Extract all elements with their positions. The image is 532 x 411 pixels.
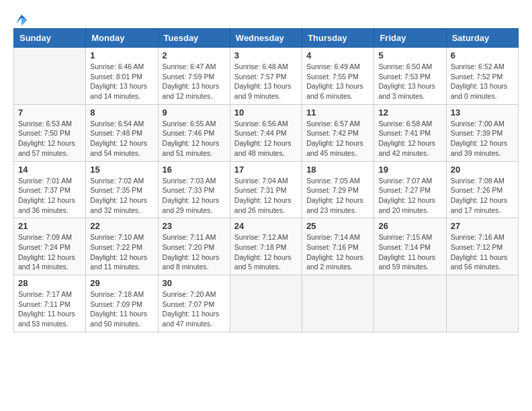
day-number: 19 [378,165,441,175]
day-info: Sunrise: 6:53 AM Sunset: 7:50 PM Dayligh… [18,119,81,158]
logo-icon [15,13,28,27]
day-info: Sunrise: 6:52 AM Sunset: 7:52 PM Dayligh… [451,62,514,101]
calendar-cell: 21Sunrise: 7:09 AM Sunset: 7:24 PM Dayli… [14,218,86,275]
day-info: Sunrise: 7:03 AM Sunset: 7:33 PM Dayligh… [163,176,226,216]
calendar-cell: 26Sunrise: 7:15 AM Sunset: 7:14 PM Dayli… [374,218,446,275]
day-number: 2 [163,50,226,60]
calendar-cell: 12Sunrise: 6:58 AM Sunset: 7:41 PM Dayli… [374,104,446,161]
calendar-cell: 24Sunrise: 7:12 AM Sunset: 7:18 PM Dayli… [230,218,302,275]
day-number: 26 [378,221,441,231]
day-info: Sunrise: 7:14 AM Sunset: 7:16 PM Dayligh… [306,232,369,272]
calendar-cell: 13Sunrise: 7:00 AM Sunset: 7:39 PM Dayli… [446,104,518,161]
column-header-saturday: Saturday [446,29,518,48]
day-number: 20 [451,165,514,175]
calendar-cell [14,48,86,105]
logo [13,13,28,21]
day-info: Sunrise: 6:50 AM Sunset: 7:53 PM Dayligh… [378,62,441,101]
day-number: 23 [163,221,226,231]
day-number: 30 [163,278,226,288]
calendar-week-row: 28Sunrise: 7:17 AM Sunset: 7:11 PM Dayli… [14,275,519,332]
day-info: Sunrise: 6:54 AM Sunset: 7:48 PM Dayligh… [90,119,153,158]
day-info: Sunrise: 7:12 AM Sunset: 7:18 PM Dayligh… [234,232,298,272]
column-header-wednesday: Wednesday [230,29,302,48]
day-info: Sunrise: 7:02 AM Sunset: 7:35 PM Dayligh… [90,176,153,216]
column-header-thursday: Thursday [302,29,374,48]
day-info: Sunrise: 7:08 AM Sunset: 7:26 PM Dayligh… [451,176,514,216]
day-number: 6 [451,50,514,60]
calendar-cell: 18Sunrise: 7:05 AM Sunset: 7:29 PM Dayli… [302,161,374,218]
calendar-cell: 14Sunrise: 7:01 AM Sunset: 7:37 PM Dayli… [14,161,86,218]
day-number: 1 [90,50,153,60]
calendar-cell: 20Sunrise: 7:08 AM Sunset: 7:26 PM Dayli… [446,161,518,218]
day-number: 18 [306,165,369,175]
day-info: Sunrise: 7:18 AM Sunset: 7:09 PM Dayligh… [90,289,153,329]
calendar-cell: 9Sunrise: 6:55 AM Sunset: 7:46 PM Daylig… [158,104,230,161]
day-number: 5 [378,50,441,60]
day-number: 25 [306,221,369,231]
day-number: 17 [234,165,298,175]
calendar-week-row: 21Sunrise: 7:09 AM Sunset: 7:24 PM Dayli… [14,218,519,275]
calendar-cell: 22Sunrise: 7:10 AM Sunset: 7:22 PM Dayli… [86,218,158,275]
calendar-week-row: 7Sunrise: 6:53 AM Sunset: 7:50 PM Daylig… [14,104,519,161]
day-number: 27 [451,221,514,231]
calendar-cell: 30Sunrise: 7:20 AM Sunset: 7:07 PM Dayli… [158,275,230,332]
calendar-cell: 25Sunrise: 7:14 AM Sunset: 7:16 PM Dayli… [302,218,374,275]
day-info: Sunrise: 7:01 AM Sunset: 7:37 PM Dayligh… [18,176,81,216]
day-info: Sunrise: 7:17 AM Sunset: 7:11 PM Dayligh… [18,289,81,329]
day-info: Sunrise: 7:11 AM Sunset: 7:20 PM Dayligh… [163,232,226,272]
column-header-sunday: Sunday [14,29,86,48]
day-info: Sunrise: 7:15 AM Sunset: 7:14 PM Dayligh… [378,232,441,272]
day-info: Sunrise: 6:49 AM Sunset: 7:55 PM Dayligh… [306,62,369,101]
day-info: Sunrise: 6:57 AM Sunset: 7:42 PM Dayligh… [306,119,369,158]
column-header-friday: Friday [374,29,446,48]
day-info: Sunrise: 7:20 AM Sunset: 7:07 PM Dayligh… [163,289,226,329]
calendar-cell: 2Sunrise: 6:47 AM Sunset: 7:59 PM Daylig… [158,48,230,105]
day-info: Sunrise: 6:48 AM Sunset: 7:57 PM Dayligh… [234,62,298,101]
calendar-cell: 11Sunrise: 6:57 AM Sunset: 7:42 PM Dayli… [302,104,374,161]
day-number: 22 [90,221,153,231]
day-number: 13 [451,107,514,118]
column-header-tuesday: Tuesday [158,29,230,48]
day-number: 28 [18,278,81,288]
calendar-cell [374,275,446,332]
day-info: Sunrise: 6:47 AM Sunset: 7:59 PM Dayligh… [163,62,226,101]
day-number: 9 [163,107,226,118]
day-info: Sunrise: 7:04 AM Sunset: 7:31 PM Dayligh… [234,176,298,216]
day-info: Sunrise: 6:55 AM Sunset: 7:46 PM Dayligh… [163,119,226,158]
calendar-cell: 29Sunrise: 7:18 AM Sunset: 7:09 PM Dayli… [86,275,158,332]
column-header-monday: Monday [86,29,158,48]
day-number: 29 [90,278,153,288]
calendar-cell: 3Sunrise: 6:48 AM Sunset: 7:57 PM Daylig… [230,48,302,105]
calendar-cell: 23Sunrise: 7:11 AM Sunset: 7:20 PM Dayli… [158,218,230,275]
calendar-week-row: 14Sunrise: 7:01 AM Sunset: 7:37 PM Dayli… [14,161,519,218]
calendar-cell: 15Sunrise: 7:02 AM Sunset: 7:35 PM Dayli… [86,161,158,218]
page-header [13,13,519,21]
calendar-cell: 4Sunrise: 6:49 AM Sunset: 7:55 PM Daylig… [302,48,374,105]
day-number: 11 [306,107,369,118]
calendar-table: SundayMondayTuesdayWednesdayThursdayFrid… [13,28,519,332]
day-number: 8 [90,107,153,118]
day-info: Sunrise: 6:46 AM Sunset: 8:01 PM Dayligh… [90,62,153,101]
calendar-cell [302,275,374,332]
calendar-cell: 28Sunrise: 7:17 AM Sunset: 7:11 PM Dayli… [14,275,86,332]
day-number: 7 [18,107,81,118]
calendar-cell: 1Sunrise: 6:46 AM Sunset: 8:01 PM Daylig… [86,48,158,105]
day-number: 4 [306,50,369,60]
day-number: 14 [18,165,81,175]
day-number: 15 [90,165,153,175]
calendar-header-row: SundayMondayTuesdayWednesdayThursdayFrid… [14,29,519,48]
calendar-cell: 27Sunrise: 7:16 AM Sunset: 7:12 PM Dayli… [446,218,518,275]
day-number: 24 [234,221,298,231]
day-info: Sunrise: 7:00 AM Sunset: 7:39 PM Dayligh… [451,119,514,158]
calendar-week-row: 1Sunrise: 6:46 AM Sunset: 8:01 PM Daylig… [14,48,519,105]
day-info: Sunrise: 7:16 AM Sunset: 7:12 PM Dayligh… [451,232,514,272]
calendar-cell: 5Sunrise: 6:50 AM Sunset: 7:53 PM Daylig… [374,48,446,105]
day-info: Sunrise: 7:10 AM Sunset: 7:22 PM Dayligh… [90,232,153,272]
calendar-cell: 7Sunrise: 6:53 AM Sunset: 7:50 PM Daylig… [14,104,86,161]
day-number: 16 [163,165,226,175]
day-info: Sunrise: 7:09 AM Sunset: 7:24 PM Dayligh… [18,232,81,272]
calendar-cell: 10Sunrise: 6:56 AM Sunset: 7:44 PM Dayli… [230,104,302,161]
calendar-cell [230,275,302,332]
calendar-cell: 6Sunrise: 6:52 AM Sunset: 7:52 PM Daylig… [446,48,518,105]
day-info: Sunrise: 6:56 AM Sunset: 7:44 PM Dayligh… [234,119,298,158]
